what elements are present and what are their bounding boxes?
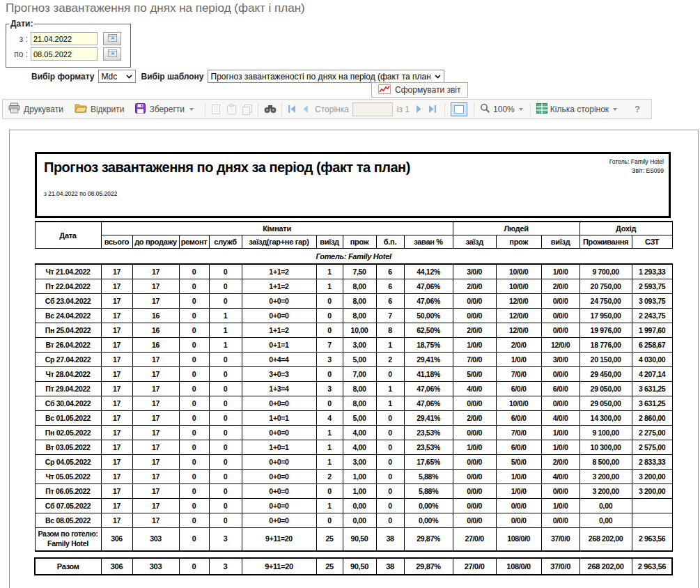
value-cell: 0,00% — [404, 513, 453, 528]
date-from-input[interactable] — [31, 32, 98, 45]
value-cell: 0+0=0 — [242, 294, 316, 309]
template-select[interactable]: Прогноз завантаженості по днях на період… — [208, 70, 444, 83]
value-cell: 4 207,14 — [632, 367, 672, 382]
value-cell: 17 — [101, 513, 132, 528]
value-cell: 5,00 — [343, 353, 376, 367]
value-cell: 4 030,00 — [632, 353, 672, 367]
value-cell: 2/0/0 — [453, 411, 496, 426]
value-cell: 12/0/0 — [496, 294, 541, 309]
hotel-band-label: Готель: Family Hotel — [35, 249, 672, 265]
first-page-icon[interactable] — [288, 105, 296, 113]
save-dropdown-caret-icon[interactable] — [189, 108, 194, 111]
value-cell: 17 — [132, 353, 179, 367]
date-to-calendar-button[interactable] — [103, 47, 121, 61]
value-cell: 5,00 — [343, 411, 376, 426]
folder-icon — [75, 103, 87, 115]
value-cell: 17 — [132, 470, 179, 484]
multipage-control[interactable]: Кілька сторінок — [536, 103, 617, 116]
help-button[interactable]: ? — [635, 104, 640, 114]
value-cell: 3 631,25 — [632, 396, 672, 411]
print-button[interactable]: Друкувати — [8, 102, 63, 116]
value-cell — [632, 513, 672, 528]
value-cell: 9 700,00 — [580, 264, 632, 279]
value-cell: 0 — [179, 367, 209, 382]
value-cell: 4/0/0 — [541, 470, 580, 484]
date-to-input[interactable] — [31, 47, 98, 61]
value-cell: 0+1=1 — [242, 338, 316, 353]
next-page-icon[interactable] — [416, 105, 422, 113]
value-cell: 17 — [132, 455, 179, 470]
table-row: Сб 30.04.20221717000+0=008,00147,06%0/0/… — [35, 396, 672, 411]
clipboard-icon: ? — [226, 104, 237, 115]
value-cell: 1,00 — [343, 484, 376, 499]
value-cell: 1+3=4 — [242, 382, 316, 396]
value-cell: 0 — [376, 484, 404, 499]
date-from-calendar-button[interactable] — [103, 32, 121, 45]
value-cell: 1 — [376, 338, 404, 353]
col-group-rooms: Кімнати — [101, 222, 453, 235]
find-icon[interactable] — [264, 105, 277, 114]
col-bp: б.п. — [376, 235, 404, 249]
generate-report-button[interactable]: Сформувати звіт — [371, 82, 468, 98]
page-number-input[interactable] — [352, 102, 393, 116]
value-cell: 18,75% — [404, 338, 453, 353]
value-cell: 17 — [101, 426, 132, 440]
save-button[interactable]: Зберегти — [135, 103, 194, 116]
value-cell: 7 — [376, 309, 404, 323]
value-cell: 47,06% — [404, 396, 453, 411]
value-cell: 17 — [101, 411, 132, 426]
template-label: Вибір шаблону — [141, 72, 204, 82]
value-cell: 0/0/0 — [541, 323, 580, 338]
table-row: Пн 25.04.20221716011+1=2010,00862,50%2/0… — [35, 323, 672, 338]
value-cell: 17 — [132, 396, 179, 411]
value-cell: 1 — [316, 279, 343, 294]
value-cell: 37/0/0 — [541, 528, 580, 552]
value-cell: 1 — [209, 323, 242, 338]
report-period: з 21.04.2022 по 08.05.2022 — [44, 190, 117, 197]
value-cell: 6 — [376, 279, 404, 294]
value-cell: 41,18% — [404, 367, 453, 382]
date-cell: Ср 27.04.2022 — [35, 353, 101, 367]
value-cell: 17 — [101, 264, 132, 279]
open-button[interactable]: Відкрити — [75, 103, 125, 115]
value-cell: 2 275,00 — [632, 426, 672, 440]
previous-page-icon[interactable] — [302, 105, 309, 113]
zoom-value: 100% — [493, 105, 515, 114]
value-cell: 6/0/0 — [496, 411, 541, 426]
date-to-label: по : — [9, 49, 28, 59]
table-row: Вс 08.05.20221717000+0=000,0000,00%0/0/0… — [35, 513, 672, 528]
zoom-control[interactable]: 100% — [480, 103, 523, 116]
value-cell: 5/0/0 — [453, 367, 496, 382]
value-cell: 4,00 — [343, 440, 376, 455]
value-cell: 3,00 — [343, 455, 376, 470]
value-cell: 17 — [101, 309, 132, 323]
value-cell: 0/0/0 — [453, 470, 496, 484]
printer-icon — [8, 102, 20, 116]
value-cell: 0+0=0 — [242, 455, 316, 470]
value-cell: 17 — [132, 382, 179, 396]
col-people-out: виїзд — [541, 235, 580, 249]
value-cell: 29,87% — [404, 558, 453, 575]
value-cell: 17 — [101, 396, 132, 411]
last-page-icon[interactable] — [428, 105, 437, 113]
value-cell: 0 — [179, 558, 209, 575]
value-cell: 0 — [179, 513, 209, 528]
format-select[interactable]: Mdc — [98, 70, 136, 83]
value-cell: 0/0/0 — [496, 499, 541, 513]
value-cell: 7,50 — [343, 264, 376, 279]
value-cell: 0 — [376, 470, 404, 484]
value-cell: 8,00 — [343, 309, 376, 323]
value-cell: 6 258,67 — [632, 338, 672, 353]
date-cell: Сб 07.05.2022 — [35, 499, 101, 513]
value-cell: 2/0/0 — [541, 279, 580, 294]
value-cell: 17 — [101, 338, 132, 353]
value-cell: 0/0/0 — [453, 309, 496, 323]
col-people-in: заїзд — [453, 235, 496, 249]
value-cell: 5,88% — [404, 484, 453, 499]
hotel-total-row: Разом по готелю: Family Hotel306303039+1… — [35, 528, 672, 552]
table-row: Вт 26.04.20221716010+1=173,00118,75%1/0/… — [35, 338, 672, 353]
fit-page-icon[interactable] — [451, 102, 467, 116]
value-cell: 16 — [132, 309, 179, 323]
value-cell: 38 — [376, 558, 404, 575]
value-cell: 1 — [209, 309, 242, 323]
